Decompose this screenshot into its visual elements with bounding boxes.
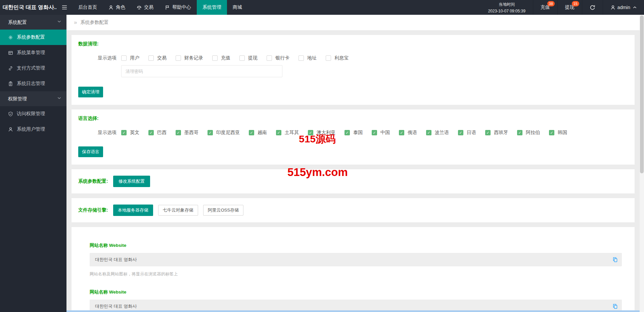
website-name-input[interactable]: 대한민국 대표 영화사 [90,253,622,266]
system-config-label: 系统参数配置: [78,178,108,184]
sidebar-group-permission-management[interactable]: 权限管理 [0,91,66,106]
shield-check-icon [8,112,13,117]
sidebar: 系统配置 系统参数配置 系统菜单管理 支付方式管理 系统日志管理 权限管理 [0,15,66,312]
checkbox-lang-turkey[interactable]: 土耳其 [276,130,299,136]
checkbox-lang-arabic[interactable]: 阿拉伯 [517,130,540,136]
checkbox-lang-korea[interactable]: 韩国 [549,130,567,136]
checkbox-lang-english[interactable]: 英文 [121,130,139,136]
chevron-down-icon [57,97,61,99]
nav-item-dashboard[interactable]: 后台首页 [73,0,103,15]
modify-system-config-button[interactable]: 修改系统配置 [113,176,150,187]
app-title: 대한민국 대표 영화사... [0,0,56,15]
sidebar-item-access-permission-management[interactable]: 访问权限管理 [0,106,66,122]
storage-local-button[interactable]: 本地服务器存储 [113,205,153,216]
checkbox-users[interactable]: 用户 [121,55,139,61]
nav-item-mall[interactable]: 商城 [227,0,248,15]
checkbox-checked[interactable] [517,130,522,135]
checkbox-withdraw[interactable]: 提现 [239,55,258,61]
refresh-button[interactable] [582,0,603,15]
checkbox[interactable] [176,55,181,61]
bottom-highlight-strip [66,310,640,312]
clean-password-input[interactable] [121,65,282,77]
chevron-up-icon [633,6,637,9]
checkbox[interactable] [267,55,272,61]
nav-item-system-management[interactable]: 系统管理 [197,0,227,15]
checkbox-bank-card[interactable]: 银行卡 [267,55,289,61]
storage-qiniu-button[interactable]: 七牛云对象存储 [158,205,198,216]
sidebar-item-system-param-config[interactable]: 系统参数配置 [0,30,66,45]
copy-icon[interactable] [612,304,618,309]
copy-icon[interactable] [612,257,618,262]
checkbox-interest-treasure[interactable]: 利息宝 [326,55,349,61]
checkbox-checked[interactable] [249,130,254,135]
storage-engine-label: 文件存储引擎: [78,207,108,213]
clipboard-icon [8,81,13,86]
hamburger-icon [62,5,67,10]
scrollbar-thumb[interactable] [640,15,644,173]
checkbox-lang-brazil[interactable]: 巴西 [148,130,167,136]
confirm-clean-button[interactable]: 确定清理 [78,87,103,97]
user-menu[interactable]: admin [603,0,644,15]
checkbox-lang-japanese[interactable]: 日语 [458,130,476,136]
checkbox-checked[interactable] [426,130,431,135]
refresh-icon [590,5,595,10]
checkbox-checked[interactable] [176,130,181,135]
checkbox[interactable] [121,55,127,61]
checkbox-checked[interactable] [458,130,463,135]
nav-item-help-center[interactable]: 帮助中心 [159,0,197,15]
checkbox-lang-china[interactable]: 中国 [372,130,390,136]
checkbox[interactable] [239,55,245,61]
checkbox-checked[interactable] [208,130,213,135]
checkbox[interactable] [326,55,331,61]
nav-item-roles[interactable]: 角色 [103,0,131,15]
checkbox-checked[interactable] [148,130,154,135]
collapse-sidebar-button[interactable] [56,0,73,15]
language-options-row: 显示选项 英文 巴西 墨西哥 印度尼西亚 越南 土耳其 澳大利亚 泰国 中国 俄… [78,130,628,136]
chevron-down-icon [57,20,61,23]
checkbox-lang-vietnam[interactable]: 越南 [249,130,267,136]
sidebar-item-payment-method-management[interactable]: 支付方式管理 [0,60,66,76]
recharge-button[interactable]: 充值 38 [533,0,557,15]
sidebar-group-system-config[interactable]: 系统配置 [0,15,66,30]
checkbox-lang-russian[interactable]: 俄语 [399,130,417,136]
local-time: 当地时间 2023-10-07 09:05:39 [480,0,533,15]
checkbox-checked[interactable] [344,130,350,135]
checkbox-lang-polish[interactable]: 波兰语 [426,130,449,136]
website-name-label: 网站名称 Website [90,242,622,249]
gear-icon [8,35,13,40]
page-scrollbar[interactable] [640,15,644,312]
checkbox-lang-thailand[interactable]: 泰国 [344,130,363,136]
storage-aliyun-oss-button[interactable]: 阿里云OSS存储 [203,205,243,216]
data-clean-options-row: 显示选项 用户 交易 财务记录 充值 提现 银行卡 地址 利息宝 [78,55,628,61]
checkbox[interactable] [298,55,304,61]
system-config-card: 系统参数配置: 修改系统配置 [72,169,635,193]
sidebar-item-system-log-management[interactable]: 系统日志管理 [0,76,66,91]
checkbox-checked[interactable] [121,130,127,135]
checkbox[interactable] [212,55,218,61]
checkbox-checked[interactable] [276,130,281,135]
checkbox-checked[interactable] [485,130,491,135]
checkbox-trade[interactable]: 交易 [148,55,167,61]
checkbox-checked[interactable] [549,130,554,135]
checkbox-recharge[interactable]: 充值 [212,55,230,61]
sidebar-item-system-user-management[interactable]: 系统用户管理 [0,122,66,137]
user-icon [108,5,113,10]
nav-item-trade[interactable]: 交易 [131,0,159,15]
checkbox-finance-records[interactable]: 财务记录 [176,55,203,61]
checkbox-checked[interactable] [308,130,313,135]
breadcrumb: » 系统参数配置 [66,15,640,30]
checkbox-checked[interactable] [399,130,404,135]
checkbox[interactable] [148,55,154,61]
website-settings-card: 网站名称 Website 대한민국 대표 영화사 网站名称及网站图标，将显示在浏… [72,227,635,312]
save-language-button[interactable]: 保存语言 [78,146,103,157]
checkbox-lang-indonesia[interactable]: 印度尼西亚 [208,130,240,136]
top-header: 대한민국 대표 영화사... 后台首页 角色 交易 帮助中心 [0,0,644,15]
checkbox-address[interactable]: 地址 [298,55,317,61]
checkbox-lang-spain[interactable]: 西班牙 [485,130,508,136]
withdraw-button[interactable]: 提现 15 [557,0,582,15]
checkbox-lang-australia[interactable]: 澳大利亚 [308,130,335,136]
window-icon [8,50,13,55]
checkbox-checked[interactable] [372,130,377,135]
sidebar-item-system-menu-management[interactable]: 系统菜单管理 [0,45,66,60]
checkbox-lang-mexico[interactable]: 墨西哥 [176,130,198,136]
